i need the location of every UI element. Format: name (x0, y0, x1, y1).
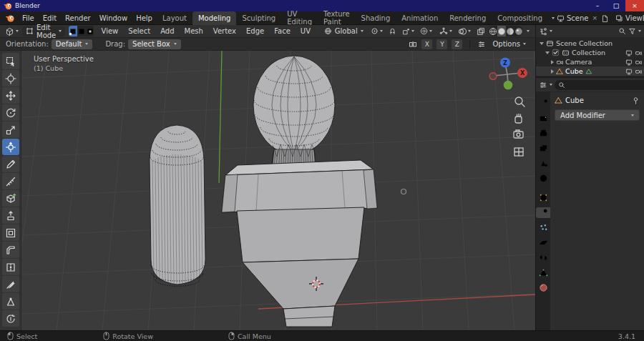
hide-viewport-icon[interactable] (625, 68, 633, 75)
workspace-tab-shading[interactable]: Shading (356, 11, 396, 25)
collapse-icon[interactable] (551, 69, 554, 74)
menu-render[interactable]: Render (61, 14, 95, 22)
transform-orientation-dropdown[interactable]: Global (321, 26, 367, 36)
tool-cursor[interactable] (2, 70, 19, 87)
collapse-icon[interactable] (551, 60, 554, 64)
character-mesh-object[interactable] (222, 56, 377, 327)
pan-hand-icon[interactable] (515, 114, 522, 123)
maximize-button[interactable]: □ (607, 0, 625, 11)
outliner-editor-icon[interactable] (539, 27, 547, 36)
menu-add[interactable]: Add (156, 27, 178, 35)
tool-knife[interactable] (2, 276, 19, 292)
tool-bevel[interactable] (2, 242, 19, 258)
solid-shading-button[interactable] (497, 26, 506, 36)
tool-measure[interactable] (2, 173, 19, 189)
drag-dropdown[interactable]: Select Box (128, 39, 181, 49)
rendered-shading-button[interactable] (514, 26, 523, 36)
workspace-tab-compositing[interactable]: Compositing (492, 11, 548, 25)
hide-render-icon[interactable] (635, 68, 642, 75)
menu-edge[interactable]: Edge (242, 27, 268, 35)
xray-toggle-button[interactable] (474, 26, 487, 36)
outliner-row-cube[interactable]: Cube (536, 66, 644, 76)
pin-icon[interactable] (632, 97, 640, 104)
minimize-button[interactable]: – (588, 0, 607, 11)
tool-select-box[interactable] (2, 53, 19, 69)
close-button[interactable]: × (625, 0, 644, 11)
edge-select-button[interactable] (77, 26, 86, 36)
workspace-tab-uv-editing[interactable]: UV Editing (281, 11, 318, 25)
tool-scale[interactable] (2, 122, 19, 138)
workspace-tab-sculpting[interactable]: Sculpting (236, 11, 281, 25)
workspace-tab-layout[interactable]: Layout (157, 11, 192, 25)
outliner-editor-caret[interactable] (550, 30, 552, 32)
show-gizmo-button[interactable] (437, 26, 454, 36)
hide-render-icon[interactable] (635, 59, 642, 66)
zoom-icon[interactable] (515, 97, 525, 107)
tool-loop-cut[interactable] (2, 259, 19, 275)
scene-unlink-button[interactable]: × (590, 14, 599, 21)
origin-point[interactable] (401, 189, 406, 194)
tool-extrude[interactable] (2, 207, 19, 224)
tool-transform[interactable] (2, 139, 19, 155)
viewport-canvas[interactable]: Z X (22, 51, 535, 330)
gizmo-neg-x-axis[interactable] (489, 73, 497, 80)
mirror-y-button[interactable]: Y (436, 39, 447, 49)
outliner-filter-caret[interactable] (638, 30, 641, 32)
tab-physics[interactable] (537, 237, 550, 248)
wireframe-shading-button[interactable] (489, 26, 497, 36)
tab-scene[interactable] (537, 158, 550, 169)
tool-inset[interactable] (2, 224, 19, 241)
face-select-button[interactable] (86, 26, 93, 36)
menu-help[interactable]: Help (132, 14, 157, 22)
shading-dropdown-caret[interactable] (527, 30, 530, 32)
workspace-tab-rendering[interactable]: Rendering (444, 11, 492, 25)
viewport-3d[interactable]: Z X (0, 51, 535, 330)
tab-particles[interactable] (537, 222, 550, 233)
tab-world[interactable] (537, 173, 550, 184)
properties-search-box[interactable] (555, 80, 644, 90)
menu-view[interactable]: View (97, 27, 123, 35)
mode-dropdown[interactable]: Edit Mode (22, 26, 65, 36)
orientation-dropdown[interactable]: Default (52, 39, 93, 49)
tool-poly-build[interactable] (2, 293, 19, 310)
tab-tool[interactable] (537, 98, 550, 109)
capsule-mesh-object[interactable] (150, 125, 205, 286)
properties-editor-caret[interactable] (550, 84, 552, 86)
tab-view-layer[interactable] (537, 143, 550, 154)
tab-material[interactable] (537, 282, 550, 293)
hide-viewport-icon[interactable] (625, 59, 633, 66)
show-overlays-button[interactable] (456, 26, 473, 36)
hide-render-icon[interactable] (635, 49, 642, 56)
snap-toggle-button[interactable] (386, 26, 399, 36)
workspace-tab-modeling[interactable]: Modeling (192, 11, 237, 25)
editor-type-button[interactable] (3, 26, 21, 36)
tab-object[interactable] (537, 192, 550, 203)
properties-editor-icon[interactable] (539, 81, 547, 89)
menu-face[interactable]: Face (270, 27, 295, 35)
menu-window[interactable]: Window (95, 14, 132, 22)
tab-output[interactable] (537, 128, 550, 139)
options-dropdown[interactable]: Options (489, 39, 530, 49)
outliner-row-collection[interactable]: Collection (536, 48, 644, 57)
outliner-filter-icon[interactable] (628, 27, 636, 35)
menu-file[interactable]: File (18, 14, 39, 22)
tab-render[interactable] (537, 113, 550, 124)
tool-annotate[interactable] (2, 156, 19, 172)
expand-icon[interactable] (540, 42, 544, 45)
scene-new-icon[interactable] (601, 14, 608, 22)
workspace-tab-texture-paint[interactable]: Texture Paint (318, 11, 356, 25)
navigation-gizmo[interactable]: Z X (489, 58, 527, 90)
outliner-row-camera[interactable]: Camera (536, 57, 644, 66)
menu-uv[interactable]: UV (296, 27, 315, 35)
tool-move[interactable] (2, 87, 19, 104)
scene-selector[interactable]: Scene × (548, 14, 612, 22)
menu-mesh[interactable]: Mesh (180, 27, 208, 35)
expand-icon[interactable] (545, 51, 550, 54)
properties-search-input[interactable] (567, 81, 644, 89)
menu-edit[interactable]: Edit (39, 14, 61, 22)
snap-settings-button[interactable] (400, 26, 416, 36)
blender-menu-icon[interactable] (5, 13, 15, 23)
tool-add-cube[interactable] (2, 190, 19, 207)
vertex-select-button[interactable] (69, 26, 77, 36)
menu-vertex[interactable]: Vertex (209, 27, 240, 35)
